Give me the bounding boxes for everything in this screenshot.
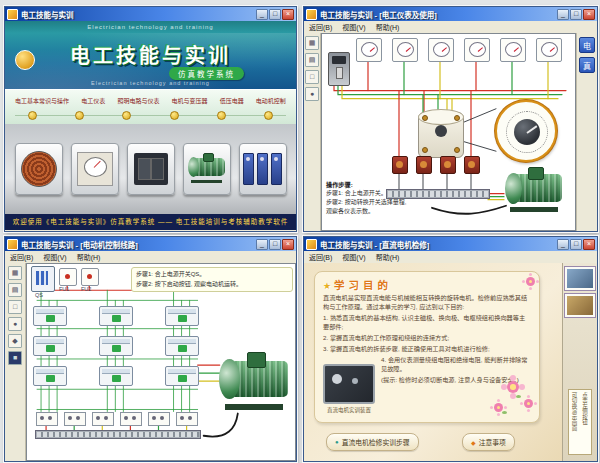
maximize-button[interactable]: □ (269, 239, 281, 250)
current-transformer[interactable] (464, 156, 480, 174)
menu-item-basics[interactable]: 电工基本常识与操作 (15, 96, 69, 105)
component-tool-icon[interactable]: ◆ (8, 334, 22, 348)
rheostat-component[interactable] (418, 112, 464, 158)
selector-knob[interactable] (506, 111, 548, 153)
panel-meter[interactable] (536, 38, 562, 62)
probe-tool-icon[interactable]: ● (305, 87, 319, 101)
step-line: 步骤1: 合上电源开关。 (326, 189, 412, 198)
button-station[interactable] (148, 412, 170, 426)
realistic-view-button[interactable]: 真 (579, 57, 595, 73)
menu-back[interactable]: 返回(B) (5, 252, 38, 262)
close-button[interactable]: × (282, 9, 294, 20)
minimize-button[interactable]: _ (256, 239, 268, 250)
list-view-icon[interactable]: ▤ (305, 53, 319, 67)
menu-dot[interactable] (217, 111, 226, 120)
close-button[interactable]: × (583, 239, 595, 250)
close-button[interactable]: × (282, 239, 294, 250)
menu-view[interactable]: 视图(V) (337, 252, 370, 262)
titlebar[interactable]: 电工技能与实训 _ □ × (5, 7, 296, 21)
menu-help[interactable]: 帮助(H) (72, 252, 106, 262)
power-tool-icon[interactable]: ■ (8, 351, 22, 365)
terminal-strip[interactable] (35, 430, 201, 439)
product-tile-cables[interactable] (15, 143, 63, 195)
fuse-fu1[interactable] (59, 268, 77, 286)
main-title: 电工技能与实训 (5, 40, 296, 69)
button-station[interactable] (92, 412, 114, 426)
button-station[interactable] (120, 412, 142, 426)
simulation-canvas[interactable]: QS FU1 FU2 步骤1: 合上电源开关QS。 步骤2: 按下启动按钮, 观… (26, 263, 296, 461)
list-view-icon[interactable]: ▤ (8, 283, 22, 297)
menu-help[interactable]: 帮助(H) (371, 252, 405, 262)
current-transformer[interactable] (392, 156, 408, 174)
main-switch-qs[interactable] (31, 266, 55, 292)
titlebar[interactable]: 电工技能与实训 - [直流电机检修] _ □ × (304, 237, 597, 251)
panel-meter[interactable] (356, 38, 382, 62)
contactor[interactable] (165, 366, 199, 386)
close-button[interactable]: × (583, 9, 595, 20)
contactor[interactable] (99, 336, 133, 356)
menu-back[interactable]: 返回(B) (304, 22, 337, 32)
menu-item-meters[interactable]: 电工仪表 (81, 96, 105, 105)
menu-dot[interactable] (170, 111, 179, 120)
contactor[interactable] (33, 306, 67, 326)
fuse-fu2[interactable] (81, 268, 99, 286)
menu-dot[interactable] (122, 111, 131, 120)
titlebar[interactable]: 电工技能与实训 - [电工仪表及使用] _ □ × (304, 7, 597, 21)
panel-meter[interactable] (392, 38, 418, 62)
learning-card: ★学习目的 直流电机是实现直流电能与机械能相互转换的旋转电机。检修前应熟悉其结构… (314, 271, 540, 423)
contactor[interactable] (33, 336, 67, 356)
contactor[interactable] (33, 366, 67, 386)
menu-dot[interactable] (264, 111, 273, 120)
menu-item-motor-control[interactable]: 电动机控制 (256, 96, 286, 105)
maximize-button[interactable]: □ (269, 9, 281, 20)
menu-view[interactable]: 视图(V) (337, 22, 370, 32)
menu-item-lv-apparatus[interactable]: 低压电器 (220, 96, 244, 105)
thumbnail-real-view[interactable] (565, 294, 595, 317)
motor[interactable] (219, 356, 289, 410)
menu-dot[interactable] (28, 111, 37, 120)
product-tile-instruments[interactable] (127, 143, 175, 195)
menu-dot[interactable] (75, 111, 84, 120)
minimize-button[interactable]: _ (256, 9, 268, 20)
current-transformer[interactable] (440, 156, 456, 174)
meter-practice-body: ▦ ▤ □ ● (304, 33, 597, 231)
motor[interactable] (505, 170, 563, 212)
grid-view-icon[interactable]: ▦ (8, 266, 22, 280)
menu-item-lighting[interactable]: 照明电路与仪表 (117, 96, 159, 105)
maximize-button[interactable]: □ (570, 9, 582, 20)
grid-view-icon[interactable]: ▦ (305, 36, 319, 50)
product-tile-contactors[interactable] (239, 143, 287, 195)
menu-item-machines[interactable]: 电机与变压器 (172, 96, 208, 105)
button-station[interactable] (176, 412, 198, 426)
titlebar[interactable]: 电工技能与实训 - [电动机控制线路] _ □ × (5, 237, 296, 251)
product-tile-motor[interactable] (183, 143, 231, 195)
maximize-button[interactable]: □ (570, 239, 582, 250)
notes-button[interactable]: ◆ 注意事项 (462, 433, 515, 451)
power-switch[interactable] (328, 52, 350, 86)
panel-meter[interactable] (500, 38, 526, 62)
menu-view[interactable]: 视图(V) (38, 252, 71, 262)
select-tool-icon[interactable]: □ (305, 70, 319, 84)
button-station[interactable] (64, 412, 86, 426)
menu-back[interactable]: 返回(B) (304, 252, 337, 262)
contactor[interactable] (165, 306, 199, 326)
panel-meter[interactable] (464, 38, 490, 62)
select-tool-icon[interactable]: □ (8, 300, 22, 314)
steps-button[interactable]: ● 直流电机检修实训步骤 (326, 433, 419, 451)
simulation-canvas[interactable]: 操作步骤: 步骤1: 合上电源开关。 步骤2: 按动转换开关选择量程, 观察各仪… (321, 33, 576, 231)
button-station[interactable] (36, 412, 58, 426)
minimize-button[interactable]: _ (557, 239, 569, 250)
minimize-button[interactable]: _ (557, 9, 569, 20)
contactor[interactable] (99, 366, 133, 386)
current-transformer[interactable] (416, 156, 432, 174)
product-tile-analog-meter[interactable] (71, 143, 119, 195)
thumbnail-demo-view[interactable] (565, 267, 595, 290)
menu-help[interactable]: 帮助(H) (371, 22, 405, 32)
panel-meter[interactable] (428, 38, 454, 62)
circuit-view-button[interactable]: 电 (579, 37, 595, 53)
probe-tool-icon[interactable]: ● (8, 317, 22, 331)
section-header: ★学习目的 (323, 277, 531, 292)
contactor[interactable] (99, 306, 133, 326)
contactor[interactable] (165, 336, 199, 356)
dot-icon: ● (335, 439, 339, 445)
